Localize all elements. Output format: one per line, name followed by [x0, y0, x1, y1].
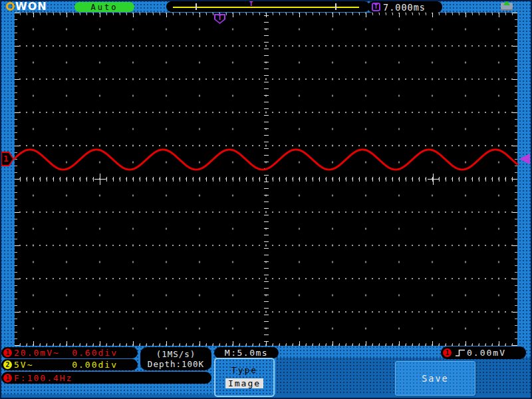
frequency-value: F:100.4Hz: [14, 373, 72, 383]
timebase-readout: M:5.0ms: [214, 347, 279, 358]
trigger-level-arrow-icon[interactable]: [519, 153, 530, 165]
top-status-bar: WON Auto T T 7.000ms: [0, 0, 532, 13]
trigger-position-label: T: [214, 15, 225, 21]
channel1-position: 0.60div: [72, 348, 118, 358]
rising-edge-icon: [455, 348, 466, 357]
frequency-channel-badge: 1: [3, 374, 12, 382]
channel2-readout: 2 5V~ 0.00div: [1, 359, 138, 370]
oscilloscope-screen: WON Auto T T 7.000ms T: [0, 0, 532, 399]
channel1-scale: 20.0mV~: [14, 348, 60, 358]
window-trigger-marker: T: [249, 1, 253, 7]
channel1-readout: 1 20.0mV~ 0.60div: [1, 347, 138, 358]
acquisition-mode-badge: Auto: [74, 2, 134, 12]
timebase-value: M:5.0ms: [225, 348, 268, 358]
logo-o-icon: [6, 2, 15, 11]
type-button-value: Image: [225, 378, 263, 388]
sample-rate-readout: (1MS/s) Depth:100K: [140, 347, 211, 370]
channel1-marker-label: 1: [3, 154, 9, 164]
frequency-readout: 1 F:100.4Hz: [1, 372, 211, 384]
channel2-position: 0.00div: [72, 360, 118, 370]
channel1-waveform-trace: [15, 13, 517, 346]
channel2-scale: 5V~: [14, 360, 33, 370]
logo-text: WON: [15, 0, 47, 13]
trigger-level-readout: 1 0.00mV: [441, 346, 526, 359]
trigger-time-value: 7.000ms: [383, 2, 426, 13]
record-window-indicator: T: [166, 1, 370, 12]
channel2-badge: 2: [3, 360, 12, 369]
memory-depth-value: Depth:100K: [148, 359, 204, 369]
save-button-label: Save: [422, 373, 449, 384]
waveform-display: T: [15, 13, 517, 346]
sample-rate-value: (1MS/s): [156, 349, 196, 359]
trigger-channel-badge: 1: [443, 348, 452, 357]
usb-flash-drive-icon: [501, 3, 513, 11]
type-button-label: Type: [231, 365, 257, 375]
trigger-t-icon: T: [372, 3, 380, 11]
channel1-position-marker[interactable]: 1: [1, 152, 14, 166]
record-length-line: [173, 7, 359, 8]
save-button[interactable]: Save: [395, 361, 475, 396]
channel1-badge: 1: [3, 348, 12, 357]
owon-logo: WON: [6, 1, 47, 12]
window-left-bracket-icon: [196, 3, 197, 10]
window-right-bracket-icon: [335, 3, 336, 10]
type-image-button[interactable]: Type Image: [214, 358, 275, 397]
trigger-level-value: 0.00mV: [467, 348, 506, 358]
trigger-time-readout: T 7.000ms: [368, 1, 442, 13]
